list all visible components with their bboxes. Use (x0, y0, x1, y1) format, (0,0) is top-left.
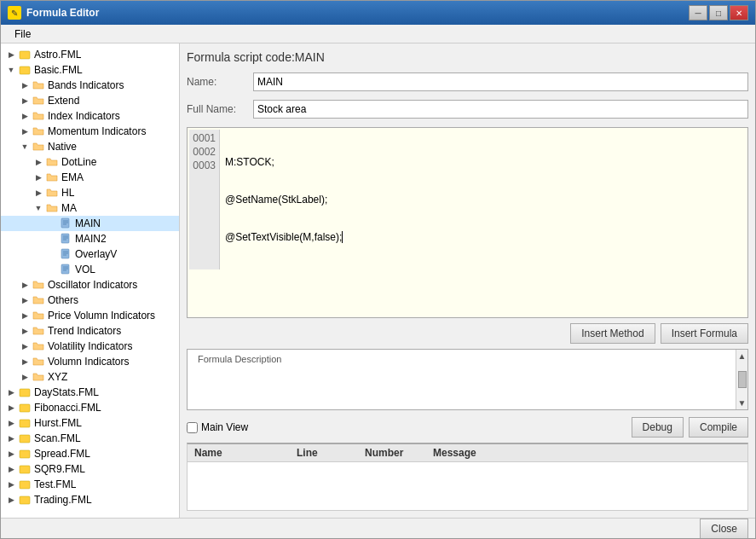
tree-item-spread[interactable]: ▶ Spread.FML (1, 446, 179, 461)
cursor (342, 231, 343, 243)
code-editor[interactable]: 0001 0002 0003 M:STOCK; @SetName(StkLabe… (187, 127, 748, 318)
fml-icon-hurst (18, 416, 32, 430)
tree-label-basic: Basic.FML (34, 64, 83, 76)
tree-label-volumn: Volumn Indicators (48, 356, 129, 368)
svg-rect-22 (20, 450, 30, 458)
folder-icon-volatility (32, 339, 45, 353)
file-icon-vol (59, 263, 72, 276)
menu-file[interactable]: File (8, 26, 38, 42)
tree-label-price-volumn: Price Volumn Indicators (48, 310, 155, 322)
fml-icon-basic (18, 63, 32, 77)
tree-item-test[interactable]: ▶ Test.FML (1, 477, 179, 492)
expand-icon-ema: ▶ (32, 171, 45, 184)
code-text-1: M:STOCK; (225, 156, 274, 168)
expand-icon-extend: ▶ (18, 94, 32, 107)
tree-item-index[interactable]: ▶ Index Indicators (1, 108, 179, 124)
tree-item-scan[interactable]: ▶ Scan.FML (1, 431, 179, 446)
tree-item-volatility[interactable]: ▶ Volatility Indicators (1, 339, 179, 354)
fml-icon-sqr9 (18, 462, 32, 476)
tree-item-oscillator[interactable]: ▶ Oscillator Indicators (1, 277, 179, 293)
fml-icon-test (18, 478, 32, 491)
close-button[interactable]: Close (700, 519, 748, 539)
debug-button[interactable]: Debug (632, 417, 684, 438)
tree-item-price-volumn[interactable]: ▶ Price Volumn Indicators (1, 308, 179, 323)
fml-icon-daystats (18, 385, 32, 399)
expand-icon-daystats: ▶ (4, 385, 18, 399)
tree-item-overlayv[interactable]: OverlayV (1, 246, 179, 262)
code-text-3: @SetTextVisible(M,false); (225, 231, 343, 243)
tree-item-trend[interactable]: ▶ Trend Indicators (1, 323, 179, 339)
tree-label-main: MAIN (75, 217, 101, 229)
tree-item-basic[interactable]: ▼ Basic.FML (1, 62, 179, 78)
maximize-button[interactable]: □ (709, 5, 728, 20)
tree-item-vol[interactable]: VOL (1, 262, 179, 277)
name-input[interactable] (253, 72, 748, 91)
folder-icon-price-volumn (32, 309, 45, 322)
expand-icon-spread: ▶ (4, 447, 18, 461)
tree-item-others[interactable]: ▶ Others (1, 293, 179, 308)
file-icon-main2 (59, 232, 72, 246)
folder-icon-index (32, 109, 45, 123)
tree-label-fibonacci: Fibonacci.FML (34, 402, 101, 414)
main-view-row: Main View (187, 421, 248, 433)
tree-item-momentum[interactable]: ▶ Momentum Indicators (1, 124, 179, 139)
formula-title: Formula script code:MAIN (187, 50, 748, 64)
expand-icon-test: ▶ (4, 478, 18, 491)
menu-bar: File (1, 25, 755, 43)
title-bar-left: ✎ Formula Editor (8, 6, 99, 20)
tree-item-volumn[interactable]: ▶ Volumn Indicators (1, 354, 179, 369)
action-buttons: Debug Compile (632, 417, 748, 438)
col-line: Line (293, 446, 361, 460)
tree-item-dotline[interactable]: ▶ DotLine (1, 154, 179, 170)
expand-icon-overlayv (45, 247, 59, 261)
expand-icon-oscillator: ▶ (18, 278, 32, 292)
insert-method-button[interactable]: Insert Method (570, 323, 655, 344)
line-num-3: 0003 (193, 159, 216, 172)
svg-rect-24 (20, 481, 30, 489)
tree-item-bands[interactable]: ▶ Bands Indicators (1, 78, 179, 93)
insert-formula-button[interactable]: Insert Formula (661, 323, 748, 344)
title-buttons: ─ □ ✕ (689, 5, 748, 20)
expand-icon-price-volumn: ▶ (18, 309, 32, 322)
tree-item-ma[interactable]: ▼ MA (1, 200, 179, 216)
tree-item-ema[interactable]: ▶ EMA (1, 170, 179, 185)
tree-item-trading[interactable]: ▶ Trading.FML (1, 492, 179, 507)
tree-item-main2[interactable]: MAIN2 (1, 231, 179, 246)
tree-item-extend[interactable]: ▶ Extend (1, 93, 179, 108)
tree-item-hurst[interactable]: ▶ Hurst.FML (1, 415, 179, 431)
fml-icon-spread (18, 447, 32, 461)
folder-icon-momentum (32, 125, 45, 138)
tree-item-sqr9[interactable]: ▶ SQR9.FML (1, 461, 179, 477)
svg-rect-0 (20, 51, 30, 59)
compile-button[interactable]: Compile (689, 417, 748, 438)
line-num-1: 0001 (193, 131, 216, 145)
tree-label-xyz: XYZ (48, 371, 67, 383)
expand-icon-sqr9: ▶ (4, 462, 18, 476)
svg-rect-21 (20, 435, 30, 443)
minimize-button[interactable]: ─ (689, 5, 707, 20)
window-close-button[interactable]: ✕ (730, 5, 748, 20)
expand-icon-others: ▶ (18, 293, 32, 307)
tree-item-fibonacci[interactable]: ▶ Fibonacci.FML (1, 400, 179, 415)
svg-rect-18 (20, 389, 30, 397)
tree-label-hl: HL (61, 187, 74, 199)
tree-item-native[interactable]: ▼ Native (1, 139, 179, 154)
main-view-checkbox[interactable] (187, 422, 198, 433)
folder-icon-hl (45, 186, 59, 200)
folder-icon-volumn (32, 355, 45, 368)
tree-label-oscillator: Oscillator Indicators (48, 279, 137, 291)
tree-item-xyz[interactable]: ▶ XYZ (1, 369, 179, 385)
tree-item-astro[interactable]: ▶ Astro.FML (1, 47, 179, 62)
tree-item-main[interactable]: MAIN (1, 216, 179, 231)
scrollbar-up-icon[interactable]: ▲ (738, 351, 747, 361)
expand-icon-bands: ▶ (18, 78, 32, 92)
main-content: ▶ Astro.FML ▼ Basic.FML ▶ Ban (1, 43, 755, 518)
tree-item-hl[interactable]: ▶ HL (1, 185, 179, 200)
fullname-input[interactable] (253, 100, 748, 119)
tree-item-daystats[interactable]: ▶ DayStats.FML (1, 385, 179, 400)
expand-icon-xyz: ▶ (18, 370, 32, 384)
scrollbar-down-icon[interactable]: ▼ (738, 398, 747, 408)
folder-icon-trend (32, 324, 45, 338)
tree-label-trading: Trading.FML (34, 494, 92, 506)
tree-label-native: Native (48, 141, 77, 153)
